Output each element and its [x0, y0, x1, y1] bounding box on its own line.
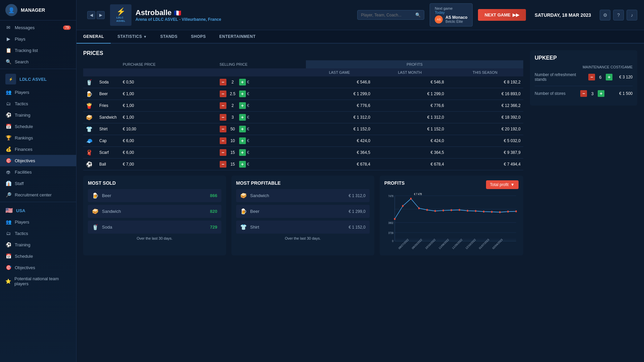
last-month-profit: € 424,0 [373, 135, 447, 147]
sidebar-item-usa-schedule[interactable]: 📅 Schedule [0, 250, 76, 262]
tab-statistics[interactable]: STATISTICS ▼ [111, 30, 154, 44]
tab-shops[interactable]: SHOPS [184, 30, 213, 44]
refreshment-plus-btn[interactable]: + [606, 74, 612, 80]
next-game-team-logo: AS [435, 15, 443, 23]
refreshment-minus-btn[interactable]: − [588, 74, 595, 80]
sidebar-item-plays[interactable]: ▶ Plays [0, 33, 76, 45]
selling-minus-btn[interactable]: − [220, 137, 226, 144]
item-name-cell: Ball [97, 159, 120, 170]
sidebar-messages-label: Messages [15, 25, 35, 30]
most-profitable-items: 🥪Sandwich€ 1 312,0🍺Beer€ 1 299,0👕Shirt€ … [236, 189, 370, 234]
selling-price-cell[interactable]: − 2.5 + € [217, 88, 306, 100]
profits-chart-title: PROFITS [384, 180, 405, 186]
most-profitable-section: MOST PROFITABLE 🥪Sandwich€ 1 312,0🍺Beer€… [231, 176, 374, 255]
tab-stands[interactable]: STANDS [154, 30, 184, 44]
music-btn[interactable]: ♪ [627, 10, 637, 20]
selling-price-cell[interactable]: − 2 + € [217, 100, 306, 112]
sidebar-item-rankings[interactable]: 🏆 Rankings [0, 132, 76, 143]
stores-minus-btn[interactable]: − [580, 90, 587, 97]
sidebar-item-usa-players[interactable]: 👥 Players [0, 216, 76, 228]
selling-minus-btn[interactable]: − [220, 114, 226, 121]
sidebar-item-tactics[interactable]: 🗂 Tactics [0, 98, 76, 109]
selling-minus-btn[interactable]: − [220, 79, 226, 85]
sidebar-item-usa-objectives[interactable]: 🎯 Objectives [0, 262, 76, 273]
sidebar-objectives-label: Objectives [15, 158, 35, 163]
profitable-item: 🍺Beer€ 1 299,0 [236, 205, 370, 218]
selling-minus-btn[interactable]: − [220, 90, 226, 97]
selling-minus-btn[interactable]: − [220, 102, 226, 109]
selling-plus-btn[interactable]: + [239, 126, 246, 132]
sidebar-item-search[interactable]: 🔍 Search [0, 56, 76, 67]
statistics-dropdown-icon: ▼ [143, 35, 147, 39]
sidebar-item-tracking[interactable]: 📋 Tracking list [0, 45, 76, 56]
item-icon-cell: 🍟 [83, 100, 97, 112]
next-game-team-name: AS Monaco [445, 15, 467, 20]
sidebar-item-training[interactable]: ⚽ Training [0, 109, 76, 121]
selling-price-cell[interactable]: − 15 + € [217, 147, 306, 159]
selling-price-cell[interactable]: − 15 + € [217, 159, 306, 170]
training-icon: ⚽ [5, 112, 11, 118]
selling-plus-btn[interactable]: + [239, 114, 246, 121]
last-game-profit: € 1 312,0 [306, 112, 373, 123]
tab-entertainment[interactable]: ENTERTAINMENT [213, 30, 262, 44]
svg-text:0: 0 [392, 239, 393, 243]
selling-price-cell[interactable]: − 10 + € [217, 135, 306, 147]
selling-minus-btn[interactable]: − [220, 161, 226, 168]
selling-plus-btn[interactable]: + [239, 79, 246, 85]
sidebar-usa-training-label: Training [15, 242, 30, 247]
selling-minus-btn[interactable]: − [220, 126, 226, 132]
selling-value: 2.5 [228, 92, 238, 96]
sidebar-usa-players-label: Players [15, 220, 29, 225]
selling-price-cell[interactable]: − 50 + € [217, 123, 306, 135]
selling-minus-btn[interactable]: − [220, 149, 226, 156]
sidebar-item-schedule[interactable]: 📅 Schedule [0, 121, 76, 132]
maintenance-label: MAINTENANCE COST/GAME [535, 65, 633, 69]
sidebar-item-players[interactable]: 👥 Players [0, 86, 76, 98]
this-season-profit: € 7 494,4 [447, 159, 523, 170]
search-nav-icon: 🔍 [5, 59, 11, 64]
nav-forward-btn[interactable]: ▶ [97, 11, 105, 19]
stores-label: Number of stores [535, 91, 566, 96]
this-season-profit: € 8 192,2 [447, 76, 523, 88]
selling-price-cell[interactable]: − 2 + € [217, 76, 306, 88]
refreshment-label: Number of refreshment stands [535, 72, 582, 82]
selling-value: 15 [228, 150, 238, 155]
sidebar-item-facilities[interactable]: 🏟 Facilities [0, 166, 76, 178]
sidebar-item-staff[interactable]: 👔 Staff [0, 178, 76, 189]
nav-back-btn[interactable]: ◀ [87, 11, 95, 19]
svg-text:7478: 7478 [388, 194, 393, 198]
help-btn[interactable]: ? [613, 10, 624, 20]
selling-price-cell[interactable]: − 3 + € [217, 112, 306, 123]
tracking-icon: 📋 [5, 48, 11, 53]
euro-symbol: € [247, 162, 250, 167]
purchase-price-cell: € 10,00 [120, 123, 217, 135]
selling-plus-btn[interactable]: + [239, 149, 246, 156]
selling-plus-btn[interactable]: + [239, 161, 246, 168]
last-month-profit: € 546,8 [373, 76, 447, 88]
most-sold-title: MOST SOLD [88, 180, 221, 186]
sidebar-item-finances[interactable]: 💰 Finances [0, 143, 76, 155]
sidebar-item-usa-training[interactable]: ⚽ Training [0, 239, 76, 250]
chart-data-point [467, 210, 468, 212]
total-profit-dropdown[interactable]: Total profit ▼ [486, 180, 519, 189]
search-input[interactable] [361, 13, 413, 17]
sidebar-item-recruitment[interactable]: 🔎 Recruitment center [0, 189, 76, 200]
nav-tabs: GENERAL STATISTICS ▼ STANDS SHOPS ENTERT… [76, 30, 644, 44]
sidebar-item-usa-tactics[interactable]: 🗂 Tactics [0, 228, 76, 239]
selling-plus-btn[interactable]: + [239, 90, 246, 97]
selling-plus-btn[interactable]: + [239, 102, 246, 109]
sidebar-item-potential[interactable]: ⭐ Potential national team players [0, 273, 76, 289]
selling-plus-btn[interactable]: + [239, 137, 246, 144]
stores-plus-btn[interactable]: + [598, 90, 604, 97]
sidebar-item-objectives[interactable]: 🎯 Objectives [0, 155, 76, 166]
item-name-cell: Scarf [97, 147, 120, 159]
tab-general[interactable]: GENERAL [76, 30, 111, 44]
last-month-profit: € 678,4 [373, 159, 447, 170]
recruitment-icon: 🔎 [5, 192, 11, 197]
settings-btn[interactable]: ⚙ [600, 10, 610, 20]
profits-header: PROFITS [306, 60, 523, 68]
next-game-button[interactable]: NEXT GAME ▶▶ [478, 9, 526, 21]
sidebar-training-label: Training [15, 113, 30, 118]
sidebar-item-messages[interactable]: ✉ Messages 79 [0, 22, 76, 33]
profitable-item: 🥪Sandwich€ 1 312,0 [236, 189, 370, 202]
